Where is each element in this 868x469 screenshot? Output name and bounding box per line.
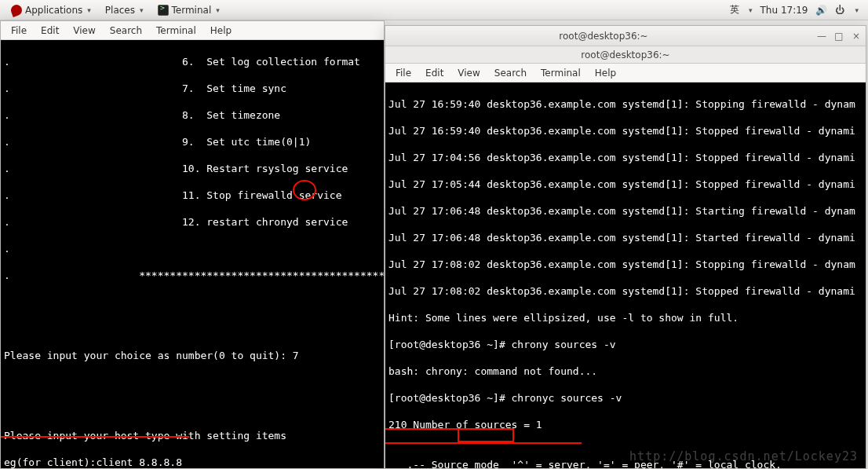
caret-down-icon: ▾ <box>140 6 144 14</box>
panel-left: Applications ▾ Places ▾ Terminal ▾ <box>5 2 226 18</box>
text-line: 210 Number of sources = 1 <box>388 418 863 431</box>
menu-help[interactable]: Help <box>588 65 623 81</box>
menu-line: . 9. Set utc time(0|1) <box>4 135 381 148</box>
applications-label: Applications <box>25 5 82 16</box>
close-button[interactable]: × <box>852 31 861 41</box>
terminal-output-left[interactable]: . 6. Set log collection format . 7. Set … <box>1 40 384 468</box>
log-line: Jul 27 17:06:48 desktop36.example.com sy… <box>388 231 863 244</box>
log-line: Jul 27 17:08:02 desktop36.example.com sy… <box>388 284 863 298</box>
terminal-window-left[interactable]: File Edit View Search Terminal Help . 6.… <box>0 20 385 469</box>
legend-line: .-- Source mode '^' = server, '=' = peer… <box>388 458 863 468</box>
log-line: Jul 27 17:05:44 desktop36.example.com sy… <box>388 178 863 191</box>
terminal-menubar: File Edit View Search Terminal Help <box>385 64 866 82</box>
menu-line: . 10. Restart rsyslog service <box>4 162 381 175</box>
volume-icon[interactable]: 🔊 <box>815 5 826 16</box>
workspace: File Edit View Search Terminal Help . 6.… <box>0 20 868 469</box>
caret-down-icon: ▾ <box>749 6 753 14</box>
terminal-window-right[interactable]: root@desktop36:~ — □ × root@desktop36:~ … <box>385 25 866 469</box>
tab-title: root@desktop36:~ <box>390 49 861 60</box>
terminal-icon <box>158 5 169 16</box>
menu-file[interactable]: File <box>4 23 34 38</box>
log-line: Jul 27 16:59:40 desktop36.example.com sy… <box>388 97 863 111</box>
redhat-icon <box>9 3 24 17</box>
tab-titlebar: root@desktop36:~ <box>385 46 866 64</box>
menu-edit[interactable]: Edit <box>34 23 66 38</box>
text-line: Hint: Some lines were ellipsized, use -l… <box>388 311 863 324</box>
menu-search[interactable]: Search <box>487 65 534 81</box>
blank-line <box>4 376 381 389</box>
menu-edit[interactable]: Edit <box>418 65 450 81</box>
blank-line <box>4 322 381 335</box>
clock[interactable]: Thu 17:19 <box>760 5 808 16</box>
places-label: Places <box>105 5 135 16</box>
caret-down-icon: ▾ <box>216 6 220 14</box>
text-line: Please input your host type with setting… <box>4 429 381 442</box>
panel-right: 英 ▾ Thu 17:19 🔊 ⏻ ▾ <box>730 3 863 16</box>
log-line: Jul 27 17:08:02 desktop36.example.com sy… <box>388 258 863 271</box>
menu-help[interactable]: Help <box>203 23 239 38</box>
terminal-output-right[interactable]: Jul 27 16:59:40 desktop36.example.com sy… <box>385 82 866 468</box>
menu-view[interactable]: View <box>450 65 487 81</box>
minimize-button[interactable]: — <box>817 31 826 41</box>
menu-terminal[interactable]: Terminal <box>149 23 203 38</box>
caret-down-icon: ▾ <box>855 6 859 14</box>
menu-view[interactable]: View <box>66 23 102 38</box>
power-icon[interactable]: ⏻ <box>834 5 845 16</box>
terminal-app-menu[interactable]: Terminal ▾ <box>151 2 226 18</box>
window-buttons: — □ × <box>817 31 861 41</box>
prompt-line: Please input your choice as number(0 to … <box>4 349 381 362</box>
menu-line: . 12. restart chronyd service <box>4 215 381 229</box>
terminal-menubar: File Edit View Search Terminal Help <box>1 21 384 40</box>
menu-file[interactable]: File <box>388 65 418 81</box>
menu-line: . <box>4 242 381 255</box>
annotation-underline <box>385 442 582 444</box>
text-line: eg(for client):client 8.8.8.8 <box>4 456 381 468</box>
menu-terminal[interactable]: Terminal <box>534 65 588 81</box>
menu-line: . 11. Stop firewalld service <box>4 189 381 202</box>
log-line: Jul 27 17:04:56 desktop36.example.com sy… <box>388 151 863 164</box>
input-method-indicator[interactable]: 英 <box>730 3 739 16</box>
text-line: bash: chrony: command not found... <box>388 365 863 378</box>
gnome-top-panel: Applications ▾ Places ▾ Terminal ▾ 英 ▾ T… <box>0 0 868 20</box>
menu-line: . 6. Set log collection format <box>4 55 381 68</box>
log-line: Jul 27 16:59:40 desktop36.example.com sy… <box>388 124 863 137</box>
applications-menu[interactable]: Applications ▾ <box>5 2 97 18</box>
terminal-app-label: Terminal <box>172 5 212 16</box>
menu-line: . **************************************… <box>4 269 381 282</box>
window-title: root@desktop36:~ <box>390 31 817 42</box>
cmd-line: [root@desktop36 ~]# chrony sources -v <box>388 338 863 351</box>
blank-line <box>4 402 381 416</box>
cmd-line: [root@desktop36 ~]# chronyc sources -v <box>388 391 863 405</box>
menu-search[interactable]: Search <box>103 23 149 38</box>
log-line: Jul 27 17:06:48 desktop36.example.com sy… <box>388 204 863 218</box>
menu-line: . 7. Set time sync <box>4 82 381 95</box>
titlebar[interactable]: root@desktop36:~ — □ × <box>385 26 866 46</box>
blank-line <box>4 295 381 309</box>
caret-down-icon: ▾ <box>87 6 91 14</box>
maximize-button[interactable]: □ <box>834 31 844 41</box>
menu-line: . 8. Set timezone <box>4 108 381 122</box>
places-menu[interactable]: Places ▾ <box>99 2 150 18</box>
